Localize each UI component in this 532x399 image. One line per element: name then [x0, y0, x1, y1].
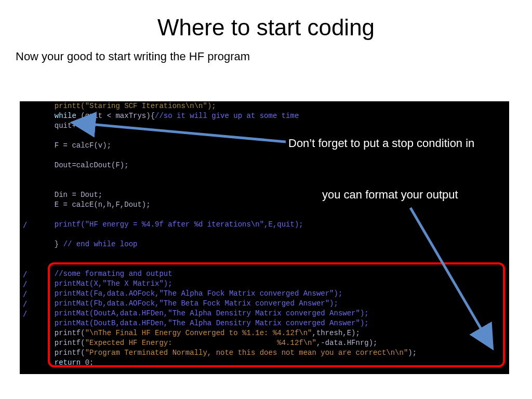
annotation-format-output: you can format your output	[322, 188, 458, 202]
gutter-slashes: / / / / / /	[23, 101, 27, 328]
annotation-stop-condition: Don’t forget to put a stop condition in	[288, 137, 474, 150]
slide-subtitle: Now your good to start writing the HF pr…	[0, 50, 532, 66]
slide-title: Where to start coding	[0, 0, 532, 50]
